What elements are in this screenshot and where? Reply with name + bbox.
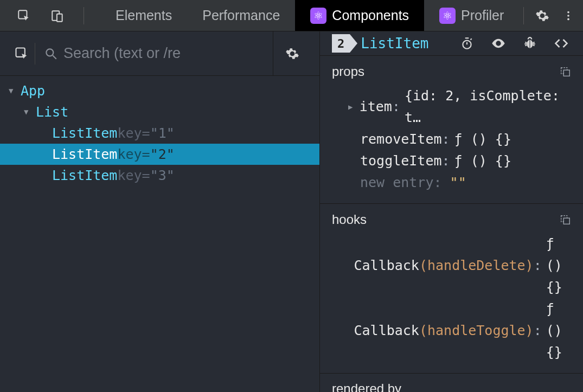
svg-point-7	[46, 49, 53, 56]
component-tree: ▼ App ▼ List ListItem key="1"ListItem ke…	[0, 76, 319, 190]
divider	[84, 7, 84, 24]
tree-node-label: ListItem	[52, 165, 117, 186]
detail-component-name: ListItem	[361, 35, 428, 52]
device-toolbar-icon[interactable]	[46, 4, 69, 28]
tab-elements[interactable]: Elements	[100, 0, 187, 31]
tree-settings-gear-icon[interactable]	[273, 31, 311, 75]
eye-icon[interactable]	[486, 31, 510, 55]
tree-node-label: ListItem	[52, 144, 117, 165]
svg-line-8	[53, 55, 56, 59]
tree-search-row	[0, 31, 319, 76]
prop-key: new entry	[360, 172, 433, 194]
prop-value: ƒ () {}	[454, 150, 511, 172]
divider	[35, 43, 35, 65]
stopwatch-icon[interactable]	[455, 31, 479, 55]
tree-node-key-value: "3"	[150, 165, 175, 186]
tree-node-list[interactable]: ▼ List	[0, 101, 319, 123]
tree-node-key-value: "2"	[150, 144, 175, 165]
props-list: ▶ item: {id: 2, isComplete: t… removeIte…	[332, 85, 573, 194]
component-tree-panel: ▼ App ▼ List ListItem key="1"ListItem ke…	[0, 31, 320, 392]
hook-row[interactable]: Callback(handleToggle): ƒ () {}	[348, 298, 573, 363]
tree-node-listitem[interactable]: ListItem key="3"	[0, 165, 319, 186]
prop-key: item	[360, 96, 392, 118]
svg-rect-24	[563, 218, 569, 224]
tree-node-label: App	[21, 80, 45, 101]
prop-row-new-entry[interactable]: new entry : ""	[348, 172, 573, 194]
prop-row-removeitem[interactable]: removeItem: ƒ () {}	[348, 128, 573, 150]
tree-node-key-label: key	[117, 144, 142, 165]
search-icon	[44, 47, 58, 61]
tree-node-app[interactable]: ▼ App	[0, 80, 319, 101]
tree-node-key-label: key	[117, 123, 142, 144]
copy-hooks-icon[interactable]	[557, 211, 573, 228]
tab-profiler[interactable]: ⚛ Profiler	[424, 0, 519, 31]
prop-value: ""	[450, 172, 466, 194]
tab-components[interactable]: ⚛ Components	[295, 0, 424, 31]
prop-key: toggleItem	[360, 150, 442, 172]
select-element-icon[interactable]	[9, 46, 35, 61]
chevron-down-icon: ▼	[9, 80, 21, 101]
svg-point-3	[567, 11, 569, 13]
svg-rect-2	[57, 14, 62, 21]
props-section: props ▶ item: {id: 2, isComplete: t… rem…	[320, 56, 583, 204]
svg-line-16	[533, 42, 534, 43]
svg-point-4	[567, 15, 569, 17]
svg-line-12	[471, 38, 472, 40]
svg-line-15	[525, 42, 527, 43]
settings-gear-icon[interactable]	[530, 4, 554, 28]
search-input[interactable]	[63, 45, 267, 62]
hooks-list: Callback(handleDelete): ƒ () {}Callback(…	[332, 233, 573, 363]
tree-node-label: ListItem	[52, 123, 117, 144]
detail-header: 2 ListItem	[320, 31, 583, 56]
prop-value: {id: 2, isComplete: t…	[405, 85, 573, 128]
tree-node-listitem[interactable]: ListItem key="1"	[0, 123, 319, 144]
component-detail-panel: 2 ListItem	[320, 31, 583, 392]
svg-line-18	[533, 45, 534, 46]
view-source-icon[interactable]	[549, 31, 573, 55]
tabbar-left-icons	[0, 0, 100, 31]
main-panels: ▼ App ▼ List ListItem key="1"ListItem ke…	[0, 31, 583, 392]
tree-node-key-value: "1"	[150, 123, 175, 144]
chevron-right-icon: ▶	[348, 96, 360, 118]
tab-elements-label: Elements	[116, 8, 172, 23]
bug-icon[interactable]	[518, 31, 542, 55]
tabbar-right	[519, 0, 583, 31]
tree-node-label: List	[36, 101, 68, 123]
tab-profiler-label: Profiler	[461, 8, 504, 23]
svg-point-5	[567, 18, 569, 20]
tree-node-key-label: key	[117, 165, 142, 186]
inspect-element-icon[interactable]	[12, 4, 36, 28]
divider	[523, 7, 524, 24]
react-atom-icon: ⚛	[439, 8, 456, 24]
rendered-by-section: rendered by List App react-dom@16.14.0	[320, 374, 583, 392]
react-atom-icon: ⚛	[310, 8, 326, 24]
more-vert-icon[interactable]	[556, 4, 580, 28]
tab-components-label: Components	[332, 8, 409, 23]
hooks-section-title: hooks	[332, 212, 367, 227]
tree-node-listitem[interactable]: ListItem key="2"	[0, 144, 319, 165]
prop-row-toggleitem[interactable]: toggleItem: ƒ () {}	[348, 150, 573, 172]
tab-performance[interactable]: Performance	[187, 0, 295, 31]
svg-point-9	[463, 41, 471, 49]
props-section-title: props	[332, 64, 364, 79]
svg-line-17	[525, 45, 527, 46]
rendered-by-title: rendered by	[332, 381, 401, 392]
prop-value: ƒ () {}	[454, 128, 511, 150]
tab-performance-label: Performance	[202, 8, 280, 23]
hook-row[interactable]: Callback(handleDelete): ƒ () {}	[348, 233, 573, 298]
hooks-section: hooks Callback(handleDelete): ƒ () {}Cal…	[320, 204, 583, 374]
detail-toolbar	[455, 31, 573, 55]
devtools-tabbar: Elements Performance ⚛ Components ⚛ Prof…	[0, 0, 583, 31]
chevron-down-icon: ▼	[24, 101, 36, 123]
render-count-badge: 2	[332, 34, 350, 53]
copy-props-icon[interactable]	[557, 63, 573, 80]
prop-key: removeItem	[360, 128, 442, 150]
svg-rect-22	[563, 70, 569, 76]
prop-row-item[interactable]: ▶ item: {id: 2, isComplete: t…	[348, 85, 573, 128]
